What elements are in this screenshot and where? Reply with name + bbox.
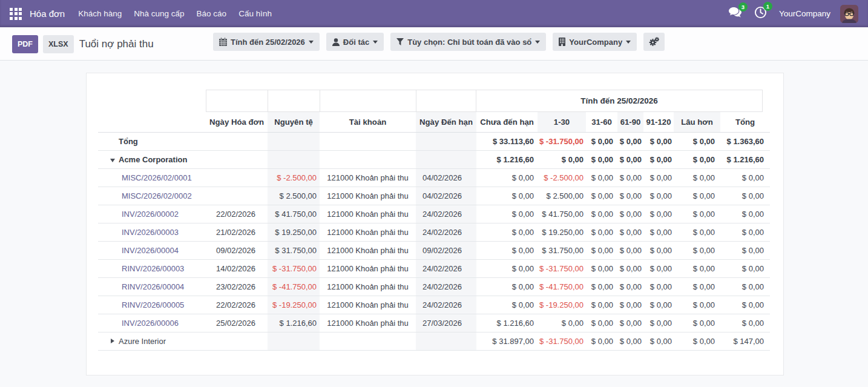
header-box-row: Tính đến 25/02/2026 (98, 90, 770, 112)
amount-cell: $ 0,00 (720, 223, 770, 242)
amount-cell: $ 0,00 (674, 296, 720, 314)
apps-grid-icon[interactable] (10, 8, 22, 20)
row-name-cell[interactable]: Azure Interior (98, 332, 206, 351)
amount-cell: $ 0,00 (476, 242, 538, 260)
partner-filter-button[interactable]: Đối tác (326, 33, 384, 51)
amount-cell: $ 0,00 (643, 223, 674, 242)
account-cell: 121000 Khoản phải thu (320, 314, 416, 332)
amount-cell: $ -41.750,00 (538, 278, 586, 296)
move-link[interactable]: INV/2026/00004 (122, 246, 179, 255)
amount-cell: $ 0,00 (674, 260, 720, 278)
amount-cell: $ 0,00 (617, 314, 643, 332)
invoice-date-cell (206, 151, 268, 169)
pdf-button[interactable]: PDF (12, 35, 38, 53)
col-header-older: Lâu hơn (674, 112, 720, 133)
amount-cell: $ 0,00 (617, 296, 643, 314)
amount-cell: $ 0,00 (586, 187, 617, 205)
calendar-icon (219, 38, 227, 46)
amount-cell: $ 31.750,00 (538, 242, 586, 260)
amount-cell: $ 0,00 (538, 314, 586, 332)
amount-cell: $ 0,00 (643, 133, 674, 151)
nav-menu-khach-hang[interactable]: Khách hàng (72, 9, 128, 18)
amount-cell: $ 0,00 (617, 260, 643, 278)
col-header-1-30: 1-30 (538, 112, 586, 133)
currency-cell: $ 1.216,60 (268, 314, 320, 332)
amount-cell: $ 0,00 (586, 151, 617, 169)
currency-cell: $ -41.750,00 (268, 278, 320, 296)
currency-cell (268, 133, 320, 151)
amount-cell: $ 0,00 (617, 242, 643, 260)
report-row: INV/2026/0000222/02/2026$ 41.750,0012100… (98, 205, 770, 223)
invoice-date-cell: 22/02/2026 (206, 296, 268, 314)
account-cell (320, 151, 416, 169)
company-filter-label: YourCompany (569, 38, 622, 47)
account-cell: 121000 Khoản phải thu (320, 223, 416, 242)
chevron-down-icon (309, 41, 314, 44)
account-cell: 121000 Khoản phải thu (320, 260, 416, 278)
move-link[interactable]: RINV/2026/00005 (122, 300, 184, 309)
company-filter-button[interactable]: YourCompany (553, 33, 637, 51)
amount-cell: $ 2.500,00 (538, 187, 586, 205)
header-label-row: Ngày Hóa đơn Nguyên tệ Tài khoản Ngày Đế… (98, 112, 770, 133)
activity-clock-icon[interactable]: 1 (754, 6, 767, 21)
amount-cell: $ 0,00 (617, 332, 643, 351)
row-name-cell[interactable]: Acme Corporation (98, 151, 206, 169)
xlsx-button[interactable]: XLSX (43, 35, 74, 53)
amount-cell: $ 0,00 (476, 187, 538, 205)
amount-cell: $ 0,00 (476, 278, 538, 296)
nav-menu-bao-cao[interactable]: Báo cáo (191, 9, 233, 18)
move-link[interactable]: INV/2026/00003 (122, 228, 179, 237)
move-link[interactable]: MISC/2026/02/0001 (122, 173, 192, 182)
amount-cell: $ 0,00 (586, 260, 617, 278)
page-title: Tuổi nợ phải thu (79, 35, 154, 53)
move-link[interactable]: RINV/2026/00004 (122, 282, 184, 291)
move-link[interactable]: INV/2026/00002 (122, 210, 179, 219)
invoice-date-cell (206, 187, 268, 205)
due-date-cell: 24/02/2026 (416, 296, 476, 314)
col-header-currency: Nguyên tệ (268, 112, 320, 133)
amount-cell: $ 0,00 (674, 314, 720, 332)
settings-gears-button[interactable] (643, 33, 665, 51)
messages-icon[interactable]: 3 (728, 7, 742, 21)
move-link[interactable]: INV/2026/00006 (122, 319, 179, 328)
due-date-cell: 09/02/2026 (416, 242, 476, 260)
move-link[interactable]: RINV/2026/00003 (122, 264, 184, 273)
user-avatar[interactable] (840, 5, 858, 23)
col-header-due-date: Ngày Đến hạn (416, 112, 476, 133)
amount-cell: $ 0,00 (674, 278, 720, 296)
amount-cell: $ 0,00 (720, 278, 770, 296)
row-name-cell: Tổng (98, 133, 206, 151)
amount-cell: $ 1.363,60 (720, 133, 770, 151)
due-date-cell: 27/03/2026 (416, 314, 476, 332)
amount-cell: $ 0,00 (720, 314, 770, 332)
row-name-cell: INV/2026/00002 (98, 205, 206, 223)
amount-cell: $ 0,00 (643, 296, 674, 314)
options-filter-button[interactable]: Tùy chọn: Chỉ bút toán đã vào sổ (390, 33, 546, 51)
amount-cell: $ 0,00 (643, 242, 674, 260)
due-date-cell: 24/02/2026 (416, 278, 476, 296)
company-switcher[interactable]: YourCompany (779, 9, 830, 18)
invoice-date-cell: 22/02/2026 (206, 205, 268, 223)
header-box (206, 90, 268, 112)
amount-cell: $ 0,00 (720, 242, 770, 260)
app-name[interactable]: Hóa đơn (30, 8, 65, 19)
due-date-cell (416, 133, 476, 151)
move-link[interactable]: MISC/2026/02/0002 (122, 191, 192, 200)
amount-cell: $ 0,00 (586, 278, 617, 296)
activity-badge: 1 (763, 2, 772, 11)
amount-cell: $ 0,00 (586, 169, 617, 187)
due-date-cell: 04/02/2026 (416, 187, 476, 205)
nav-menu-nha-cung-cap[interactable]: Nhà cung cấp (128, 9, 190, 18)
nav-menu-cau-hinh[interactable]: Cấu hình (232, 9, 278, 18)
date-filter-button[interactable]: Tính đến 25/02/2026 (213, 33, 320, 51)
amount-cell: $ -31.750,00 (538, 332, 586, 351)
amount-cell: $ 0,00 (674, 151, 720, 169)
col-header-91-120: 91-120 (643, 112, 674, 133)
account-cell: 121000 Khoản phải thu (320, 205, 416, 223)
col-header-account: Tài khoản (320, 112, 416, 133)
amount-cell: $ 0,00 (476, 169, 538, 187)
amount-cell: $ 0,00 (476, 223, 538, 242)
header-box (320, 90, 416, 112)
amount-cell: $ 0,00 (617, 205, 643, 223)
currency-cell: $ 19.250,00 (268, 223, 320, 242)
